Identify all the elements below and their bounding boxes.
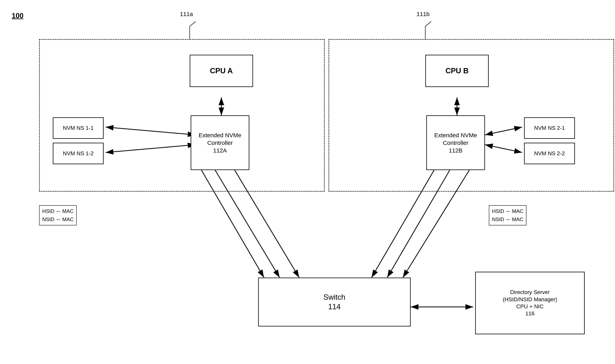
mac-table-left-row1: HSID ↔ MAC bbox=[42, 207, 74, 215]
label-111a: 111a bbox=[180, 11, 193, 17]
nvm-ns-21-box: NVM NS 2-1 bbox=[524, 117, 575, 139]
svg-line-5 bbox=[190, 22, 196, 26]
cpu-b-box: CPU B bbox=[425, 55, 489, 87]
ref-label: 100 bbox=[12, 12, 24, 20]
cpu-a-box: CPU A bbox=[190, 55, 253, 87]
label-111b: 111b bbox=[417, 11, 430, 17]
nvm-ns-11-box: NVM NS 1-1 bbox=[53, 117, 104, 139]
controller-b-box: Extended NVMe Controller 112B bbox=[426, 115, 485, 170]
switch-box: Switch 114 bbox=[258, 278, 411, 326]
controller-a-box: Extended NVMe Controller 112A bbox=[191, 115, 249, 170]
mac-table-right: HSID ↔ MAC NSID ↔ MAC bbox=[489, 205, 526, 225]
mac-table-left: HSID ↔ MAC NSID ↔ MAC bbox=[39, 205, 77, 225]
nvm-ns-22-box: NVM NS 2-2 bbox=[524, 143, 575, 164]
dashed-box-a bbox=[39, 39, 325, 192]
mac-table-right-row2: NSID ↔ MAC bbox=[492, 215, 523, 224]
nvm-ns-12-box: NVM NS 1-2 bbox=[53, 143, 104, 164]
svg-line-7 bbox=[425, 22, 431, 26]
diagram: 100 bbox=[0, 0, 615, 364]
mac-table-right-row1: HSID ↔ MAC bbox=[492, 207, 523, 215]
mac-table-left-row2: NSID ↔ MAC bbox=[42, 215, 74, 224]
directory-server-box: Directory Server (HSID/NSID Manager) CPU… bbox=[475, 272, 585, 334]
